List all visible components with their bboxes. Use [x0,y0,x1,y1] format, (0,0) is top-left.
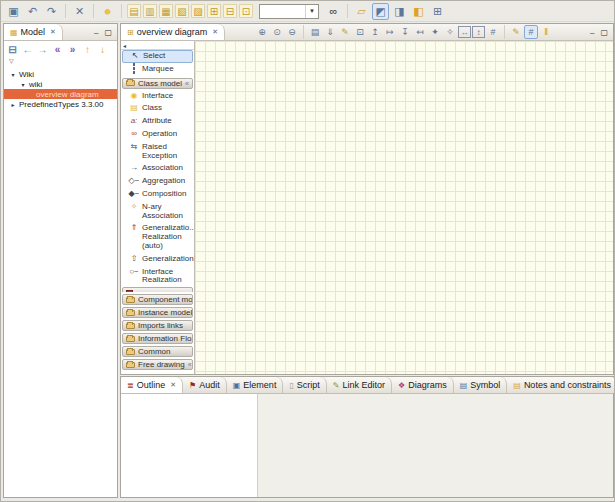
palette-item-generalization-auto[interactable]: ⇑ Generalizatio... Realization (auto) [121,222,194,252]
create-state-diagram-icon[interactable]: ▧ [175,4,189,18]
nudge-icon[interactable]: ✦ [428,25,442,39]
nudge-alt-icon[interactable]: ✧ [443,25,457,39]
save-icon[interactable]: ▣ [5,3,22,20]
maximize-icon[interactable]: ▢ [600,28,608,37]
zoom-out-icon[interactable]: ⊖ [285,25,299,39]
save-image-icon[interactable]: ⇓ [323,25,337,39]
print-icon[interactable]: ▤ [308,25,322,39]
zoom-in-icon[interactable]: ⊕ [255,25,269,39]
tree-item-overview-diagram[interactable]: overview diagram [4,89,117,99]
close-icon[interactable]: ✕ [170,381,176,389]
guides-icon[interactable]: ‖ [539,25,553,39]
create-deployment-diagram-icon[interactable]: ⊞ [207,4,221,18]
redo-icon[interactable]: ↷ [43,3,60,20]
perspective-3-icon[interactable]: ◧ [410,3,427,20]
palette-collapse-icon[interactable]: ◂ [121,41,194,50]
palette-item-rectangle[interactable]: ▭ Rectangle [121,371,194,374]
tab-script[interactable]: ▯ Script [283,377,326,393]
same-height-icon[interactable]: ↕ [472,26,485,38]
align-left-icon[interactable]: ↤ [413,25,427,39]
zoom-original-icon[interactable]: ⊙ [270,25,284,39]
tab-model[interactable]: ▦ Model ✕ [4,24,63,40]
palette-section-free-drawing[interactable]: Free drawing « [122,359,193,370]
tab-outline[interactable]: ≣ Outline ✕ [121,377,183,393]
configure-icon[interactable]: ✕ [71,3,88,20]
palette-section-imports-links[interactable]: Imports links [122,320,193,331]
tree-item-wiki-package[interactable]: ▾ wiki [4,79,117,89]
palette-section-class-model[interactable]: Class model « [122,78,193,89]
create-sequence-diagram-icon[interactable]: ▦ [159,4,173,18]
close-icon[interactable]: ✕ [50,28,56,36]
palette-item-raised-exception[interactable]: ⇆ Raised Exception [121,141,194,163]
create-class-diagram-icon[interactable]: ▤ [127,4,141,18]
move-down-icon[interactable]: ↓ [96,43,109,56]
view-menu-icon[interactable]: ▽ [4,57,117,67]
tab-element[interactable]: ▣ Element [227,377,284,393]
palette-item-nary-association[interactable]: ✧ N-ary Association [121,201,194,223]
tree-item-predefined-types[interactable]: ▸ PredefinedTypes 3.3.00 [4,99,117,109]
create-object-diagram-icon[interactable]: ⊡ [239,4,253,18]
diagram-canvas[interactable] [195,41,613,374]
show-grid-icon[interactable]: # [486,25,500,39]
search-icon[interactable]: ∞ [325,3,342,20]
fit-to-content-icon[interactable]: ⊡ [353,25,367,39]
tab-overview-diagram[interactable]: ⊞ overview diagram ✕ [121,24,225,40]
palette-item-association[interactable]: → Association [121,162,194,175]
align-top-icon[interactable]: ↥ [368,25,382,39]
tab-symbol[interactable]: ▤ Symbol [454,377,508,393]
palette-item-operation[interactable]: ∞ Operation [121,128,194,141]
create-use-case-diagram-icon[interactable]: ▥ [143,4,157,18]
minimize-icon[interactable]: ‒ [590,28,594,37]
align-bottom-icon[interactable]: ↧ [398,25,412,39]
palette-item-attribute[interactable]: a: Attribute [121,115,194,128]
clipped-section-header[interactable] [121,287,194,292]
perspective-2-icon[interactable]: ◨ [391,3,408,20]
tab-diagrams[interactable]: ❖ Diagrams [392,377,454,393]
sketch-mode-icon[interactable]: ✎ [509,25,523,39]
minimize-icon[interactable]: ‒ [94,28,98,37]
undo-icon[interactable]: ↶ [24,3,41,20]
perspective-4-icon[interactable]: ⊞ [429,3,446,20]
chevron-down-icon[interactable]: ▼ [305,5,318,18]
tab-audit[interactable]: ⚑ Audit [183,377,227,393]
palette-section-instance-model[interactable]: Instance model [122,307,193,318]
palette-item-aggregation[interactable]: ◇− Aggregation [121,175,194,188]
maximize-icon[interactable]: ▢ [104,28,112,37]
navigate-back-icon[interactable]: ← [21,43,34,56]
perspective-modeling-icon[interactable]: ◩ [372,3,389,20]
pin-icon[interactable]: « [185,80,189,87]
create-activity-diagram-icon[interactable]: ▨ [191,4,205,18]
expander-icon[interactable]: ▾ [20,81,26,88]
expander-icon[interactable]: ▾ [10,71,16,78]
quick-search-combo[interactable]: ▼ [259,4,319,19]
same-width-icon[interactable]: ↔ [458,26,471,38]
next-element-icon[interactable]: » [66,43,79,56]
open-perspective-icon[interactable]: ▱ [353,3,370,20]
close-icon[interactable]: ✕ [212,28,218,36]
navigate-forward-icon[interactable]: → [36,43,49,56]
align-right-icon[interactable]: ↦ [383,25,397,39]
palette-tool-marquee[interactable]: Marquee [121,63,194,76]
diagram-properties-icon[interactable]: ✎ [338,25,352,39]
tab-link-editor[interactable]: ✎ Link Editor [327,377,392,393]
palette-item-generalization[interactable]: ⇧ Generalization [121,253,194,266]
expander-icon[interactable]: ▸ [10,101,16,108]
tree-item-wiki-project[interactable]: ▾ Wiki [4,69,117,79]
pin-icon[interactable]: « [188,361,192,368]
palette-tool-select[interactable]: ↖ Select [122,50,193,63]
tab-notes-and-constraints[interactable]: ▤ Notes and constraints [507,377,615,393]
snap-to-grid-icon[interactable]: # [524,25,538,39]
palette-item-composition[interactable]: ◆− Composition [121,188,194,201]
previous-element-icon[interactable]: « [51,43,64,56]
palette-section-information-flow[interactable]: Information Flo... [122,333,193,344]
collapse-all-icon[interactable]: ⊟ [6,43,19,56]
tree-item-label: PredefinedTypes 3.3.00 [19,100,104,109]
palette-item-class[interactable]: ▤ Class [121,102,194,115]
move-up-icon[interactable]: ↑ [81,43,94,56]
tip-of-the-day-icon[interactable]: ● [99,3,116,20]
palette-section-common[interactable]: Common [122,346,193,357]
palette-section-component-model[interactable]: Component mo... [122,294,193,305]
palette-item-interface-realization[interactable]: ○− Interface Realization [121,266,194,288]
create-package-diagram-icon[interactable]: ⊟ [223,4,237,18]
palette-item-interface[interactable]: ◉ Interface [121,90,194,103]
